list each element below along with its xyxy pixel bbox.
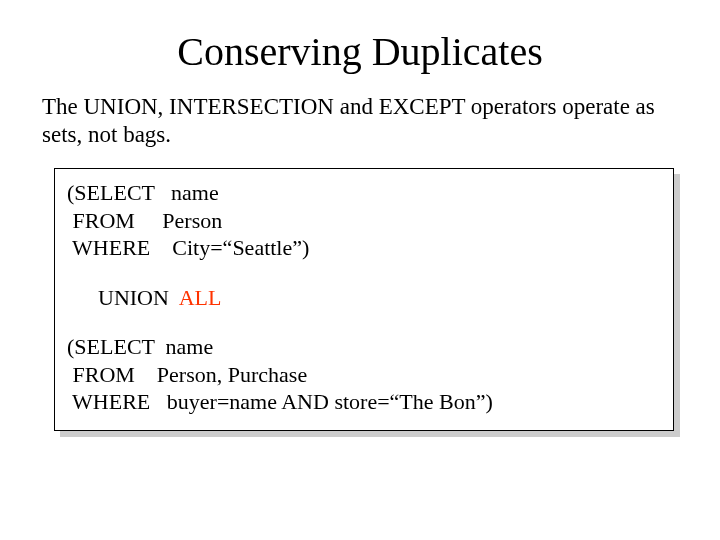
code-line: WHERE buyer=name AND store=“The Bon”) [67,388,661,416]
union-keyword: UNION [87,285,179,310]
code-line: FROM Person [67,207,661,235]
slide: Conserving Duplicates The UNION, INTERSE… [0,0,720,467]
union-all-line: UNION ALL [87,284,661,312]
all-keyword: ALL [179,285,222,310]
sql-block-2: (SELECT name FROM Person, Purchase WHERE… [67,333,661,416]
code-line: FROM Person, Purchase [67,361,661,389]
code-box-wrap: (SELECT name FROM Person WHERE City=“Sea… [54,168,674,431]
code-line: WHERE City=“Seattle”) [67,234,661,262]
page-title: Conserving Duplicates [36,28,684,75]
description-text: The UNION, INTERSECTION and EXCEPT opera… [36,93,684,148]
code-line: (SELECT name [67,179,661,207]
code-box: (SELECT name FROM Person WHERE City=“Sea… [54,168,674,431]
sql-block-1: (SELECT name FROM Person WHERE City=“Sea… [67,179,661,262]
code-line: (SELECT name [67,333,661,361]
